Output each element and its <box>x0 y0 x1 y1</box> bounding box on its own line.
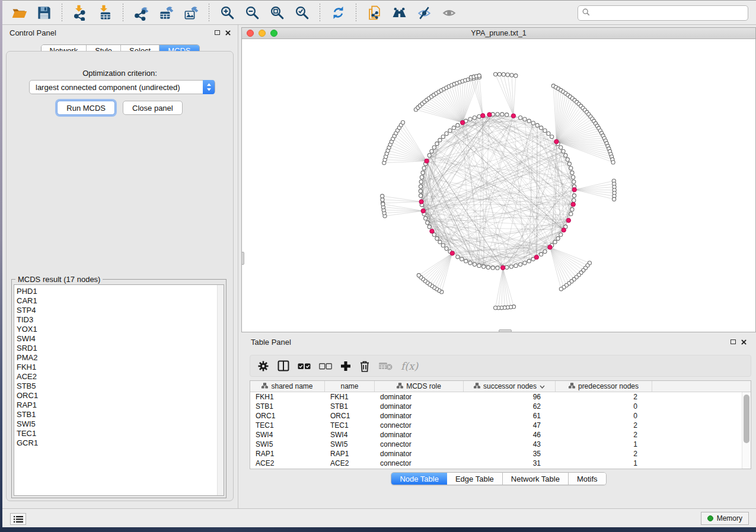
cell-predecessor-nodes[interactable]: 0 <box>556 402 652 411</box>
cell-mcds-role[interactable]: dominator <box>375 402 464 411</box>
cell-name[interactable]: TEC1 <box>325 421 375 430</box>
table-row[interactable]: ACE2ACE2connector311 <box>250 459 742 468</box>
show-all-icon[interactable] <box>438 2 460 23</box>
export-table-icon[interactable] <box>155 2 177 23</box>
apply-layout-icon[interactable] <box>327 2 349 23</box>
table-row[interactable]: FKH1FKH1dominator962 <box>250 392 742 402</box>
cell-mcds-role[interactable]: connector <box>375 421 464 430</box>
zoom-selected-icon[interactable] <box>291 2 312 23</box>
column-header-predecessor-nodes[interactable]: predecessor nodes <box>556 381 652 392</box>
save-session-icon[interactable] <box>33 2 55 23</box>
column-header-successor-nodes[interactable]: successor nodes <box>464 381 556 392</box>
cell-name[interactable]: FKH1 <box>325 392 375 402</box>
cell-shared-name[interactable]: ACE2 <box>250 459 325 468</box>
float-panel-icon[interactable] <box>215 30 220 35</box>
select-all-icon[interactable] <box>298 359 311 373</box>
mcds-result-scrollbar[interactable] <box>217 285 224 495</box>
search-network-icon[interactable] <box>388 2 410 23</box>
panel-gripper-bottom[interactable] <box>499 329 512 332</box>
cell-mcds-role[interactable]: dominator <box>375 449 464 459</box>
mcds-result-item[interactable]: SWI5 <box>17 419 215 429</box>
run-mcds-button[interactable]: Run MCDS <box>57 101 115 115</box>
table-scrollbar[interactable] <box>742 392 751 469</box>
cell-name[interactable]: SWI4 <box>325 430 375 440</box>
table-scrollbar-thumb[interactable] <box>744 395 749 443</box>
table-row[interactable]: SWI5SWI5connector431 <box>250 440 742 449</box>
mcds-result-item[interactable]: ACE2 <box>17 372 215 382</box>
network-from-selection-icon[interactable] <box>363 2 385 23</box>
cell-shared-name[interactable]: YOX1 <box>250 468 325 469</box>
delete-table-icon[interactable] <box>378 359 393 373</box>
tab-edge-table[interactable]: Edge Table <box>447 473 503 485</box>
cell-shared-name[interactable]: RAP1 <box>250 449 325 459</box>
close-panel-button[interactable]: Close panel <box>123 101 183 115</box>
zoom-out-icon[interactable] <box>241 2 263 23</box>
cell-name[interactable]: ACE2 <box>325 459 375 468</box>
mcds-result-item[interactable]: RAP1 <box>17 400 215 410</box>
cell-predecessor-nodes[interactable]: 1 <box>556 468 652 469</box>
mcds-result-item[interactable]: STB1 <box>17 410 215 419</box>
panel-gripper-left[interactable] <box>241 252 244 265</box>
mcds-result-item[interactable]: TEC1 <box>17 429 215 438</box>
mcds-result-item[interactable]: YOX1 <box>17 325 215 334</box>
column-header-shared-name[interactable]: shared name <box>250 381 325 392</box>
export-network-icon[interactable] <box>130 2 152 23</box>
cell-shared-name[interactable]: SWI4 <box>250 430 325 440</box>
mcds-result-item[interactable]: FKH1 <box>17 363 215 372</box>
import-network-icon[interactable] <box>69 2 91 23</box>
open-file-icon[interactable] <box>8 2 30 23</box>
cell-shared-name[interactable]: ORC1 <box>250 411 325 421</box>
column-header-name[interactable]: name <box>325 381 375 392</box>
table-options-icon[interactable] <box>257 359 269 373</box>
cell-mcds-role[interactable]: connector <box>375 468 464 469</box>
mcds-result-item[interactable]: SRD1 <box>17 344 215 353</box>
cell-shared-name[interactable]: TEC1 <box>250 421 325 430</box>
cell-predecessor-nodes[interactable]: 2 <box>556 421 652 430</box>
table-row[interactable]: ORC1ORC1dominator610 <box>250 411 742 421</box>
export-image-icon[interactable] <box>180 2 202 23</box>
cell-successor-nodes[interactable]: 61 <box>464 411 556 421</box>
cell-shared-name[interactable]: STB1 <box>250 402 325 411</box>
deselect-all-icon[interactable] <box>319 359 332 373</box>
float-table-panel-icon[interactable] <box>731 339 736 344</box>
cell-predecessor-nodes[interactable]: 1 <box>556 440 652 449</box>
search-input[interactable] <box>593 9 744 18</box>
cell-mcds-role[interactable]: connector <box>375 440 464 449</box>
cell-name[interactable]: YOX1 <box>325 468 375 469</box>
hide-selected-icon[interactable] <box>413 2 435 23</box>
mcds-result-item[interactable]: CAR1 <box>17 296 215 306</box>
cell-predecessor-nodes[interactable]: 1 <box>556 459 652 468</box>
delete-column-icon[interactable] <box>359 359 370 373</box>
tab-motifs[interactable]: Motifs <box>569 473 606 485</box>
optimization-criterion-select[interactable]: largest connected component (undirected) <box>29 80 215 94</box>
table-row[interactable]: RAP1RAP1dominator352 <box>250 449 742 459</box>
cell-name[interactable]: RAP1 <box>325 449 375 459</box>
mcds-result-item[interactable]: PMA2 <box>17 353 215 363</box>
cell-name[interactable]: SWI5 <box>325 440 375 449</box>
cell-predecessor-nodes[interactable]: 2 <box>556 392 652 402</box>
mcds-result-item[interactable]: SWI4 <box>17 334 215 344</box>
task-history-button[interactable] <box>10 513 26 525</box>
show-columns-icon[interactable] <box>277 359 289 373</box>
close-panel-icon[interactable] <box>225 30 231 36</box>
mcds-result-item[interactable]: TID3 <box>17 315 215 325</box>
tab-network-table[interactable]: Network Table <box>503 473 569 485</box>
mcds-result-item[interactable]: STP4 <box>17 306 215 315</box>
network-canvas[interactable] <box>242 40 755 332</box>
cell-successor-nodes[interactable]: 46 <box>464 430 556 440</box>
cell-mcds-role[interactable]: dominator <box>375 430 464 440</box>
tab-node-table[interactable]: Node Table <box>391 473 447 485</box>
cell-name[interactable]: ORC1 <box>325 411 375 421</box>
zoom-fit-icon[interactable] <box>266 2 288 23</box>
cell-shared-name[interactable]: SWI5 <box>250 440 325 449</box>
mcds-result-item[interactable]: ORC1 <box>17 391 215 400</box>
close-table-panel-icon[interactable] <box>741 339 747 345</box>
cell-predecessor-nodes[interactable]: 2 <box>556 449 652 459</box>
table-row[interactable]: YOX1YOX1connector291 <box>250 468 742 469</box>
cell-successor-nodes[interactable]: 47 <box>464 421 556 430</box>
cell-successor-nodes[interactable]: 35 <box>464 449 556 459</box>
cell-name[interactable]: STB1 <box>325 402 375 411</box>
cell-mcds-role[interactable]: dominator <box>375 392 464 402</box>
memory-button[interactable]: Memory <box>701 512 749 525</box>
function-builder-icon[interactable]: f(x) <box>401 359 418 373</box>
